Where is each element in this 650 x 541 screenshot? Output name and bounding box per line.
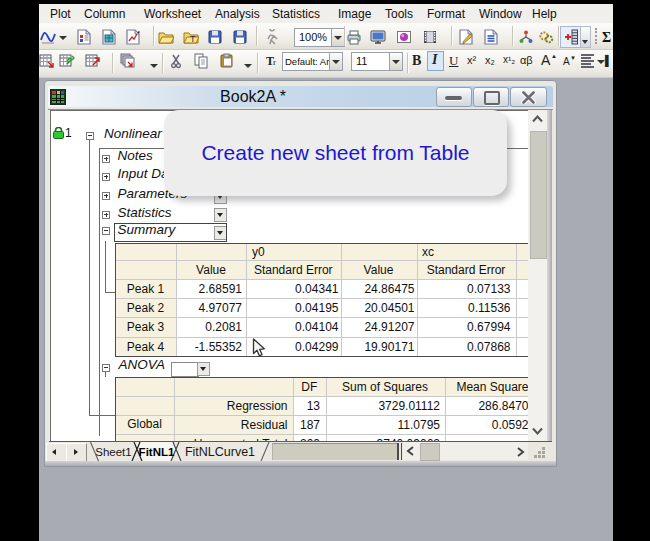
- svg-text:T: T: [190, 34, 196, 44]
- svg-text:Sheet1: Sheet1: [95, 446, 131, 458]
- svg-text:FitNLCurve1: FitNLCurve1: [185, 445, 255, 459]
- svg-text:Σ: Σ: [602, 30, 611, 45]
- svg-text:r: r: [273, 57, 276, 67]
- svg-text:FitNL1: FitNL1: [139, 446, 175, 458]
